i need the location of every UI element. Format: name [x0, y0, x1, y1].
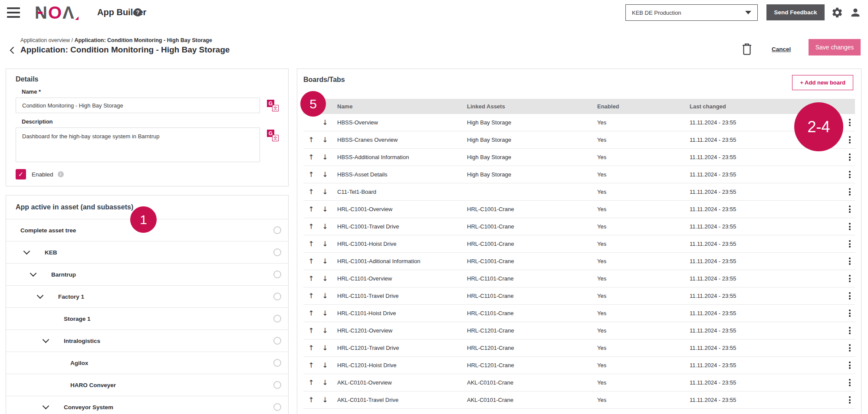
asset-tree-row[interactable]: Intralogistics — [6, 330, 288, 352]
row-kebab-menu-icon[interactable] — [847, 135, 852, 144]
move-down-icon[interactable]: ↓ — [320, 188, 330, 196]
row-kebab-menu-icon[interactable] — [847, 187, 852, 196]
move-down-icon[interactable]: ↓ — [320, 344, 330, 352]
enabled-checkbox[interactable]: ✓ — [16, 169, 26, 179]
breadcrumb-parent[interactable]: Application overview — [20, 37, 70, 43]
chevron-down-icon[interactable] — [30, 270, 37, 277]
move-up-icon[interactable]: ↑ — [306, 274, 316, 283]
move-up-icon[interactable]: ↑ — [306, 153, 316, 161]
asset-tree-label: Factory 1 — [58, 293, 84, 300]
move-up-icon[interactable]: ↑ — [306, 378, 316, 387]
board-last-changed: 11.11.2024 - 23:55 — [690, 223, 840, 230]
move-up-icon[interactable]: ↑ — [306, 170, 316, 179]
settings-gear-icon[interactable] — [831, 6, 844, 19]
asset-tree-row[interactable]: Barntrup — [6, 264, 288, 286]
translate-icon[interactable]: G 文 — [267, 100, 279, 111]
asset-tree-row[interactable]: Storage 1 — [6, 308, 288, 330]
asset-radio-button[interactable] — [273, 293, 281, 300]
move-up-icon[interactable]: ↑ — [306, 136, 316, 144]
row-kebab-menu-icon[interactable] — [847, 205, 852, 214]
chevron-down-icon[interactable] — [43, 402, 49, 409]
environment-dropdown[interactable]: KEB DE Production — [625, 4, 758, 21]
row-kebab-menu-icon[interactable] — [847, 274, 852, 283]
row-kebab-menu-icon[interactable] — [847, 378, 852, 387]
asset-tree-row[interactable]: Conveyor System — [6, 396, 288, 414]
chevron-down-icon[interactable] — [43, 336, 49, 343]
move-down-icon[interactable]: ↓ — [320, 170, 330, 179]
chevron-down-icon[interactable] — [23, 248, 30, 254]
move-down-icon[interactable]: ↓ — [320, 396, 330, 404]
row-kebab-menu-icon[interactable] — [847, 118, 852, 127]
row-kebab-menu-icon[interactable] — [847, 326, 852, 335]
move-down-icon[interactable]: ↓ — [320, 136, 330, 144]
asset-radio-button[interactable] — [273, 359, 281, 367]
row-kebab-menu-icon[interactable] — [847, 153, 852, 162]
add-new-board-button[interactable]: + Add new board — [792, 75, 853, 90]
move-up-icon[interactable]: ↑ — [306, 188, 316, 196]
asset-tree-row[interactable]: HARO Conveyer — [6, 374, 288, 396]
move-down-icon[interactable]: ↓ — [320, 153, 330, 161]
asset-tree-row[interactable]: Agilox — [6, 352, 288, 374]
move-down-icon[interactable]: ↓ — [320, 309, 330, 317]
delete-trash-icon[interactable] — [741, 42, 753, 55]
asset-radio-button[interactable] — [273, 226, 281, 234]
translate-icon[interactable]: G 文 — [267, 130, 279, 141]
asset-radio-button[interactable] — [273, 315, 281, 323]
board-last-changed: 11.11.2024 - 23:55 — [690, 310, 840, 316]
asset-radio-button[interactable] — [273, 248, 281, 256]
noa-logo[interactable]: NOΛ — [35, 3, 75, 23]
chevron-down-icon[interactable] — [37, 292, 44, 299]
send-feedback-button[interactable]: Send Feedback — [766, 4, 825, 20]
move-up-icon[interactable]: ↑ — [306, 222, 316, 231]
move-up-icon[interactable]: ↑ — [306, 344, 316, 352]
hamburger-menu-icon[interactable] — [7, 7, 20, 18]
board-last-changed: 11.11.2024 - 23:55 — [690, 154, 840, 160]
row-kebab-menu-icon[interactable] — [847, 395, 852, 404]
move-up-icon[interactable]: ↑ — [306, 240, 316, 248]
move-up-icon[interactable]: ↑ — [306, 326, 316, 335]
name-input[interactable] — [16, 98, 260, 113]
description-input[interactable]: Dashboard for the high-bay storage syste… — [16, 127, 260, 162]
move-down-icon[interactable]: ↓ — [320, 240, 330, 248]
move-up-icon[interactable]: ↑ — [306, 205, 316, 213]
asset-radio-button[interactable] — [273, 381, 281, 389]
asset-tree-row[interactable]: KEB — [6, 241, 288, 264]
asset-radio-button[interactable] — [273, 271, 281, 278]
save-changes-button[interactable]: Save changes — [809, 39, 861, 55]
board-last-changed: 11.11.2024 - 23:55 — [690, 397, 840, 403]
help-icon[interactable]: ? — [134, 8, 142, 16]
move-down-icon[interactable]: ↓ — [320, 378, 330, 387]
back-button[interactable] — [10, 46, 16, 55]
move-up-icon[interactable]: ↑ — [306, 292, 316, 300]
move-up-icon[interactable]: ↑ — [306, 257, 316, 265]
board-enabled: Yes — [597, 171, 690, 178]
board-enabled: Yes — [597, 310, 690, 316]
row-kebab-menu-icon[interactable] — [847, 291, 852, 300]
asset-tree-row[interactable]: Factory 1 — [6, 286, 288, 308]
move-down-icon[interactable]: ↓ — [320, 274, 330, 283]
board-last-changed: 11.11.2024 - 23:55 — [690, 206, 840, 212]
move-down-icon[interactable]: ↓ — [320, 205, 330, 213]
move-up-icon[interactable]: ↑ — [306, 309, 316, 317]
row-kebab-menu-icon[interactable] — [847, 170, 852, 179]
move-down-icon[interactable]: ↓ — [320, 326, 330, 335]
move-up-icon[interactable]: ↑ — [306, 396, 316, 404]
asset-radio-button[interactable] — [273, 403, 281, 411]
move-down-icon[interactable]: ↓ — [320, 118, 330, 127]
user-profile-icon[interactable] — [849, 6, 862, 19]
boards-title: Boards/Tabs — [303, 76, 345, 84]
move-down-icon[interactable]: ↓ — [320, 222, 330, 231]
row-kebab-menu-icon[interactable] — [847, 257, 852, 266]
move-down-icon[interactable]: ↓ — [320, 257, 330, 265]
move-down-icon[interactable]: ↓ — [320, 361, 330, 369]
row-kebab-menu-icon[interactable] — [847, 309, 852, 318]
info-icon[interactable]: i — [58, 171, 64, 177]
move-up-icon[interactable]: ↑ — [306, 361, 316, 369]
row-kebab-menu-icon[interactable] — [847, 239, 852, 248]
asset-radio-button[interactable] — [273, 337, 281, 345]
cancel-button[interactable]: Cancel — [772, 46, 791, 52]
row-kebab-menu-icon[interactable] — [847, 361, 852, 370]
row-kebab-menu-icon[interactable] — [847, 222, 852, 231]
row-kebab-menu-icon[interactable] — [847, 343, 852, 352]
move-down-icon[interactable]: ↓ — [320, 292, 330, 300]
